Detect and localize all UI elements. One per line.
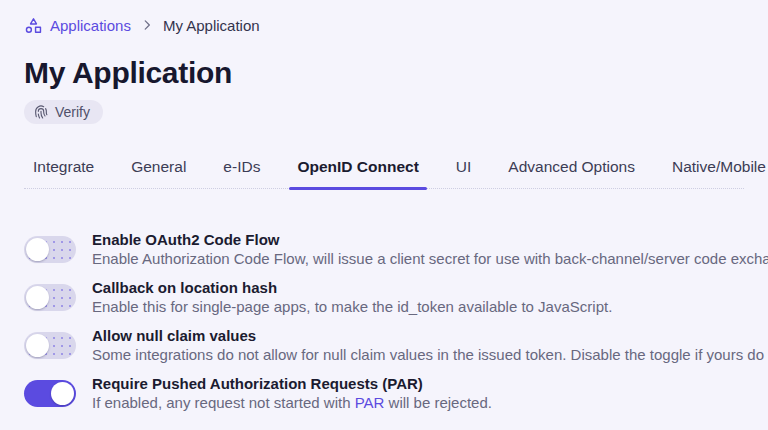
tab-native-mobile[interactable]: Native/Mobile — [670, 158, 768, 188]
allow-null-claims-toggle[interactable] — [24, 332, 76, 359]
toggle-knob — [26, 334, 49, 357]
breadcrumb-root-label: Applications — [50, 17, 131, 34]
breadcrumb: Applications My Application — [24, 14, 744, 36]
application-settings-page: Applications My Application My Applicati… — [0, 0, 768, 412]
setting-row-require-par: Require Pushed Authorization Requests (P… — [24, 375, 744, 412]
setting-label: Callback on location hash — [92, 279, 612, 297]
description-text: Enable this for single-page apps, to mak… — [92, 298, 612, 315]
description-text: Enable Authorization Code Flow, will iss… — [92, 250, 768, 267]
setting-texts: Require Pushed Authorization Requests (P… — [92, 375, 492, 412]
breadcrumb-current-label: My Application — [163, 17, 260, 34]
openid-connect-settings-list: Enable OAuth2 Code Flow Enable Authoriza… — [24, 231, 744, 412]
setting-description: Enable this for single-page apps, to mak… — [92, 298, 612, 316]
setting-label: Allow null claim values — [92, 327, 768, 345]
tab-advanced-options[interactable]: Advanced Options — [506, 158, 637, 188]
description-text: Some integrations do not allow for null … — [92, 346, 768, 363]
tab-e-ids[interactable]: e-IDs — [221, 158, 262, 188]
tab-openid-connect[interactable]: OpenID Connect — [295, 158, 420, 188]
setting-row-allow-null-claims: Allow null claim values Some integration… — [24, 327, 744, 364]
callback-location-hash-toggle[interactable] — [24, 284, 76, 311]
toggle-knob — [26, 238, 49, 261]
setting-label: Enable OAuth2 Code Flow — [92, 231, 768, 249]
setting-description: If enabled, any request not started with… — [92, 394, 492, 412]
toggle-knob — [26, 286, 49, 309]
breadcrumb-applications-link[interactable]: Applications — [24, 16, 131, 35]
page-title: My Application — [24, 56, 744, 90]
setting-label: Require Pushed Authorization Requests (P… — [92, 375, 492, 393]
description-text: If enabled, any request not started with — [92, 394, 355, 411]
verify-badge[interactable]: Verify — [24, 100, 103, 124]
toggle-knob — [51, 382, 74, 405]
settings-tab-bar: Integrate General e-IDs OpenID Connect U… — [24, 158, 744, 189]
setting-texts: Callback on location hash Enable this fo… — [92, 279, 612, 316]
tab-ui[interactable]: UI — [454, 158, 474, 188]
setting-texts: Enable OAuth2 Code Flow Enable Authoriza… — [92, 231, 768, 268]
setting-description: Some integrations do not allow for null … — [92, 346, 768, 364]
setting-description: Enable Authorization Code Flow, will iss… — [92, 250, 768, 268]
tab-integrate[interactable]: Integrate — [31, 158, 96, 188]
require-par-toggle[interactable] — [24, 380, 76, 407]
setting-row-oauth2-code-flow: Enable OAuth2 Code Flow Enable Authoriza… — [24, 231, 744, 268]
setting-texts: Allow null claim values Some integration… — [92, 327, 768, 364]
verify-badge-label: Verify — [55, 104, 90, 120]
description-text: will be rejected. — [384, 394, 492, 411]
applications-hierarchy-icon — [24, 16, 43, 35]
par-link[interactable]: PAR — [355, 394, 385, 411]
fingerprint-icon — [33, 104, 49, 120]
oauth2-code-flow-toggle[interactable] — [24, 236, 76, 263]
tab-general[interactable]: General — [129, 158, 188, 188]
chevron-right-icon — [140, 18, 154, 32]
setting-row-callback-location-hash: Callback on location hash Enable this fo… — [24, 279, 744, 316]
